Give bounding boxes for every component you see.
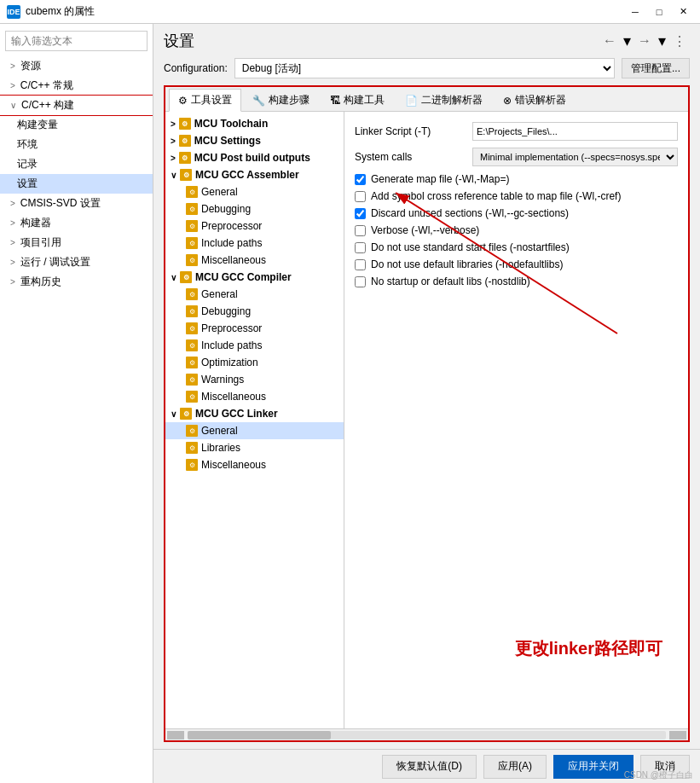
tree-item-linker-misc[interactable]: ⚙Miscellaneous [165,456,344,473]
tree-item-icon: ⚙ [186,288,198,300]
sidebar-item-cpp-general[interactable]: > C/C++ 常规 [0,76,153,96]
tree-item-linker-general[interactable]: ⚙General [165,422,344,439]
tree-item-gcc-misc[interactable]: ⚙Miscellaneous [165,388,344,405]
manage-config-button[interactable]: 管理配置... [622,58,690,78]
tree-item-label: MCU Toolchain [194,118,268,130]
tree-item-label: Miscellaneous [201,459,266,471]
tree-item-icon: ⚙ [186,220,198,232]
tab-error-parser[interactable]: ⊗ 错误解析器 [494,89,576,111]
apply-close-button[interactable]: 应用并关闭 [553,755,633,779]
sidebar-item-env[interactable]: 环境 [0,135,153,154]
sidebar-item-label: 构建变量 [17,118,58,132]
tab-icon-binary-parser: 📄 [405,95,418,107]
sidebar-item-label: 记录 [17,157,38,171]
expand-icon: > [10,277,15,287]
checkbox-row-verbose: Verbose (-Wl,--verbose) [355,224,678,236]
sidebar-item-label: C/C++ 常规 [20,78,73,93]
tree-item-label: MCU Settings [194,135,261,147]
annotation-text: 更改linker路径即可 [515,637,662,660]
sidebar-item-settings[interactable]: 设置 [0,174,153,194]
checkbox-label-add-symbol: Add symbol cross reference table to map … [371,190,621,202]
system-calls-select[interactable]: Minimal implementation (--specs=nosys.sp… [472,148,678,166]
tree-item-mcu-gcc-linker[interactable]: ∨⚙MCU GCC Linker [165,405,344,422]
bottom-bar: 恢复默认值(D) 应用(A) 应用并关闭 取消 [153,749,700,783]
tree-item-asm-misc[interactable]: ⚙Miscellaneous [165,252,344,269]
checkbox-label-no-default-lib: Do not use default libraries (-nodefault… [371,258,563,270]
tree-item-icon: ⚙ [180,271,192,283]
checkbox-gen-map[interactable] [355,174,366,185]
tree-item-mcu-post-build[interactable]: >⚙MCU Post build outputs [165,149,344,166]
sidebar-item-log[interactable]: 记录 [0,154,153,174]
sidebar-item-builder[interactable]: > 构建器 [0,213,153,233]
hscroll-track[interactable] [188,731,666,740]
nav-back-button[interactable]: ← [599,32,620,50]
tab-icon-error-parser: ⊗ [503,95,512,107]
checkbox-add-symbol[interactable] [355,191,366,202]
sidebar-item-label: 设置 [17,177,38,191]
sidebar-item-label: 项目引用 [20,235,61,250]
tab-tool-settings[interactable]: ⚙ 工具设置 [169,89,241,112]
tree-item-label: Miscellaneous [201,254,266,266]
tree-item-gcc-include[interactable]: ⚙Include paths [165,337,344,354]
tree-item-linker-libraries[interactable]: ⚙Libraries [165,439,344,456]
apply-button[interactable]: 应用(A) [483,755,547,779]
sidebar-item-run-debug[interactable]: > 运行 / 调试设置 [0,252,153,272]
sidebar-item-cmsis-svd[interactable]: > CMSIS-SVD 设置 [0,194,153,213]
maximize-button[interactable]: □ [649,3,669,20]
tree-expand-icon: > [171,136,176,146]
settings-panel: ⚙ 工具设置🔧 构建步骤🏗 构建工具📄 二进制解析器⊗ 错误解析器 >⚙MCU … [164,85,690,742]
sidebar-item-label: 运行 / 调试设置 [20,255,90,270]
expand-icon: > [10,218,15,228]
tree-item-asm-debugging[interactable]: ⚙Debugging [165,200,344,218]
close-button[interactable]: ✕ [673,3,693,20]
tree-expand-icon: ∨ [171,273,176,282]
minimize-button[interactable]: ─ [625,3,645,20]
tree-item-asm-include[interactable]: ⚙Include paths [165,235,344,252]
tree-item-mcu-settings[interactable]: >⚙MCU Settings [165,132,344,149]
nav-divider: ▾ [623,32,631,50]
checkbox-verbose[interactable] [355,225,366,236]
tree-item-mcu-toolchain[interactable]: >⚙MCU Toolchain [165,115,344,132]
sidebar-search-input[interactable] [5,31,148,51]
nav-forward-button[interactable]: → [634,32,655,50]
checkbox-no-start[interactable] [355,242,366,253]
sidebar-item-project-ref[interactable]: > 项目引用 [0,233,153,252]
tree-item-icon: ⚙ [179,118,191,130]
tree-item-icon: ⚙ [186,254,198,266]
linker-script-input[interactable] [472,122,678,141]
tab-icon-build-steps: 🔧 [252,95,265,107]
tree-item-gcc-general[interactable]: ⚙General [165,286,344,303]
tree-item-mcu-gcc-compiler[interactable]: ∨⚙MCU GCC Compiler [165,269,344,286]
title-bar-text: cubemx 的属性 [26,4,620,19]
tree-item-icon: ⚙ [186,374,198,386]
sidebar-item-label: 构建器 [20,216,51,230]
checkbox-discard-unused[interactable] [355,208,366,219]
sidebar-item-history[interactable]: > 重构历史 [0,272,153,292]
content-title-bar: 设置 ← ▾ → ▾ ⋮ [164,31,690,51]
config-select[interactable]: Debug [活动] [234,58,615,78]
tree-item-gcc-debugging[interactable]: ⚙Debugging [165,303,344,320]
tab-build-tools[interactable]: 🏗 构建工具 [321,89,394,111]
watermark: CSDN @橙子白白 [624,769,693,781]
sidebar-item-build-vars[interactable]: 构建变量 [0,115,153,135]
sidebar-item-resources[interactable]: > 资源 [0,56,153,76]
tab-binary-parser[interactable]: 📄 二进制解析器 [396,89,492,111]
checkbox-row-add-symbol: Add symbol cross reference table to map … [355,190,678,202]
tree-item-gcc-warnings[interactable]: ⚙Warnings [165,371,344,388]
checkbox-no-startup[interactable] [355,276,366,287]
nav-menu-button[interactable]: ⋮ [669,32,690,51]
reset-defaults-button[interactable]: 恢复默认值(D) [382,755,477,779]
tree-item-asm-preprocessor[interactable]: ⚙Preprocessor [165,218,344,235]
tree-item-gcc-optimization[interactable]: ⚙Optimization [165,354,344,371]
tree-item-mcu-gcc-assembler[interactable]: ∨⚙MCU GCC Assembler [165,166,344,183]
tab-build-steps[interactable]: 🔧 构建步骤 [243,89,319,111]
checkbox-no-default-lib[interactable] [355,259,366,270]
tree-item-gcc-preprocessor[interactable]: ⚙Preprocessor [165,320,344,337]
main-container: > 资源> C/C++ 常规∨ C/C++ 构建构建变量环境记录设置> CMSI… [0,24,700,783]
page-title: 设置 [164,31,194,51]
horizontal-scrollbar[interactable] [165,728,688,740]
tree-item-icon: ⚙ [179,135,191,147]
sidebar-item-cpp-build[interactable]: ∨ C/C++ 构建 [0,96,153,115]
tree-item-asm-general[interactable]: ⚙General [165,183,344,200]
tab-label-tool-settings: 工具设置 [191,93,232,107]
